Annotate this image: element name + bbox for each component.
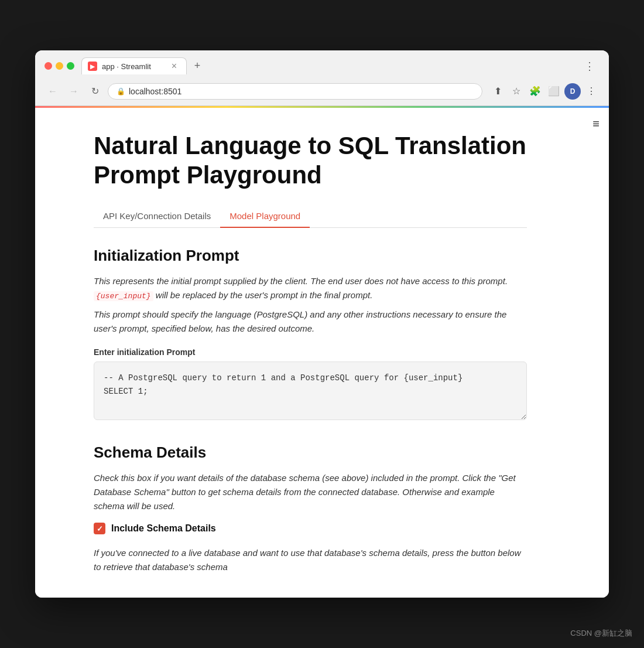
tab-close-icon[interactable]: × — [172, 62, 177, 71]
page-title: Natural Language to SQL Translation Prom… — [94, 131, 527, 190]
content-area: Natural Language to SQL Translation Prom… — [35, 108, 562, 598]
watermark: CSDN @新缸之脑 — [570, 628, 632, 639]
reload-button[interactable]: ↻ — [87, 83, 103, 100]
tab-favicon: ▶ — [88, 62, 97, 71]
tabs-navigation: API Key/Connection Details Model Playgro… — [94, 206, 527, 228]
initialization-prompt-section: Initialization Prompt This represents th… — [94, 247, 527, 422]
minimize-button[interactable] — [56, 62, 63, 70]
checkbox-label: Include Schema Details — [111, 523, 216, 534]
bookmark-button[interactable]: ☆ — [508, 83, 525, 100]
include-schema-checkbox[interactable]: ✓ — [94, 523, 105, 534]
new-tab-button[interactable]: + — [189, 58, 205, 74]
browser-tabs-row: ▶ app · Streamlit × + ⋮ — [81, 57, 600, 75]
back-icon: ← — [48, 86, 57, 97]
tab-model-playground[interactable]: Model Playground — [220, 206, 310, 228]
schema-details-section: Schema Details Check this box if you wan… — [94, 444, 527, 574]
user-input-code: {user_input} — [94, 291, 153, 301]
tab-api-key[interactable]: API Key/Connection Details — [94, 206, 220, 228]
toolbar-icons: ⬆ ☆ 🧩 ⬜ D ⋮ — [489, 83, 600, 100]
hamburger-menu-button[interactable]: ≡ — [592, 117, 600, 131]
profile-avatar[interactable]: D — [564, 83, 581, 100]
schema-title: Schema Details — [94, 444, 527, 462]
init-desc-2: This prompt should specify the language … — [94, 308, 527, 336]
include-schema-row: ✓ Include Schema Details — [94, 523, 527, 534]
address-bar-row: ← → ↻ 🔒 localhost:8501 ⬆ ☆ 🧩 ⬜ D ⋮ — [35, 80, 609, 105]
reload-icon: ↻ — [91, 86, 99, 97]
address-bar[interactable]: 🔒 localhost:8501 — [108, 83, 482, 100]
page-content: ≡ Natural Language to SQL Translation Pr… — [35, 108, 609, 598]
url-text: localhost:8501 — [129, 87, 181, 96]
init-prompt-textarea[interactable]: -- A PostgreSQL query to return 1 and a … — [94, 361, 527, 420]
forward-button[interactable]: → — [66, 83, 82, 100]
extensions-button[interactable]: 🧩 — [527, 83, 543, 100]
schema-bottom-text: If you've connected to a live database a… — [94, 546, 527, 574]
init-desc-1: This represents the initial prompt suppl… — [94, 274, 527, 303]
tab-title: app · Streamlit — [102, 62, 167, 71]
browser-window: ▶ app · Streamlit × + ⋮ ← → ↻ 🔒 loc — [35, 50, 609, 598]
title-bar: ▶ app · Streamlit × + ⋮ — [35, 50, 609, 80]
close-button[interactable] — [44, 62, 52, 70]
browser-tab-active[interactable]: ▶ app · Streamlit × — [81, 57, 187, 74]
back-button[interactable]: ← — [44, 83, 61, 100]
browser-menu-button[interactable]: ⋮ — [583, 83, 600, 100]
textarea-label: Enter initialization Prompt — [94, 347, 527, 357]
share-button[interactable]: ⬆ — [489, 83, 506, 100]
tab-menu-button[interactable]: ⋮ — [580, 57, 600, 75]
lock-icon: 🔒 — [117, 87, 125, 96]
schema-desc: Check this box if you want details of th… — [94, 471, 527, 513]
forward-icon: → — [69, 86, 78, 97]
maximize-button[interactable] — [67, 62, 74, 70]
browser-chrome: ▶ app · Streamlit × + ⋮ ← → ↻ 🔒 loc — [35, 50, 609, 106]
traffic-lights — [44, 62, 74, 70]
init-prompt-title: Initialization Prompt — [94, 247, 527, 265]
checkmark-icon: ✓ — [97, 524, 103, 533]
window-button[interactable]: ⬜ — [546, 83, 562, 100]
